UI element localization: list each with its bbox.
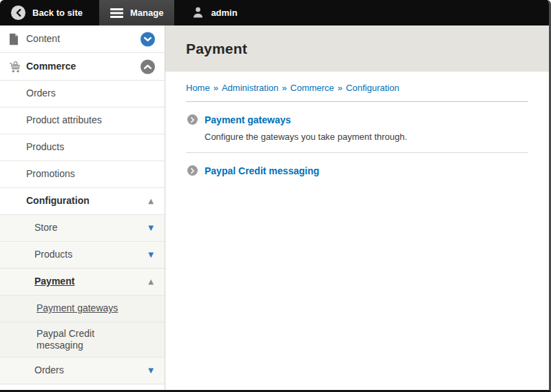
list-item-payment-gateways: Payment gateways Configure the gateways … <box>186 102 528 152</box>
person-icon <box>192 6 204 20</box>
sidebar-item-label: Orders <box>34 364 64 377</box>
triangle-down-icon[interactable]: ▼ <box>148 251 154 258</box>
admin-toolbar: Back to site Manage admin <box>0 0 549 25</box>
breadcrumb-link-configuration[interactable]: Configuration <box>346 83 399 93</box>
sidebar-item-label: Store <box>34 222 57 234</box>
breadcrumb: Home»Administration»Commerce»Configurati… <box>186 83 528 93</box>
admin-menu-sidebar: Content Commerce <box>0 25 165 390</box>
page-header-band: Payment <box>165 25 549 72</box>
sidebar-item-payment[interactable]: Payment ▲ <box>0 269 165 296</box>
page-title: Payment <box>186 41 247 57</box>
sidebar-item-label: Promotions <box>26 168 75 180</box>
sidebar-item-label: Payment <box>34 276 74 288</box>
sidebar-item-products[interactable]: Products <box>0 134 165 161</box>
back-to-site-button[interactable]: Back to site <box>0 0 94 25</box>
sidebar-item-orders[interactable]: Orders <box>0 81 165 107</box>
triangle-up-icon[interactable]: ▲ <box>148 198 154 205</box>
chevron-right-circle-icon <box>187 165 198 176</box>
chevron-down-icon[interactable] <box>141 32 155 46</box>
chevron-up-icon[interactable] <box>141 59 155 74</box>
breadcrumb-link-administration[interactable]: Administration <box>222 83 278 93</box>
document-icon <box>9 33 19 45</box>
sidebar-item-config-orders[interactable]: Orders ▼ <box>0 358 165 384</box>
back-to-site-label: Back to site <box>32 8 83 18</box>
sidebar-item-store[interactable]: Store ▼ <box>0 215 165 242</box>
shopping-cart-icon <box>9 61 22 73</box>
sidebar-item-paypal-credit-messaging[interactable]: Paypal Credit messaging <box>0 322 165 358</box>
content-pane: Payment Home»Administration»Commerce»Con… <box>165 25 549 390</box>
triangle-down-icon[interactable]: ▼ <box>148 225 154 231</box>
manage-tab[interactable]: Manage <box>99 0 174 25</box>
content-body: Home»Administration»Commerce»Configurati… <box>165 72 549 187</box>
manage-tab-label: Manage <box>130 8 163 18</box>
admin-user-tab[interactable]: admin <box>181 0 248 25</box>
sidebar-item-label: Paypal Credit messaging <box>37 328 118 352</box>
list-item-text: Paypal Credit messaging <box>205 165 320 177</box>
payment-gateways-link[interactable]: Payment gateways <box>205 114 291 125</box>
breadcrumb-separator: » <box>214 83 218 93</box>
triangle-down-icon[interactable]: ▼ <box>148 367 154 374</box>
list-item-text: Payment gateways Configure the gateways … <box>205 114 407 142</box>
breadcrumb-separator: » <box>282 83 287 93</box>
sidebar-item-commerce[interactable]: Commerce <box>0 53 165 81</box>
hamburger-icon <box>110 8 123 18</box>
sidebar-item-label: Configuration <box>26 195 90 207</box>
paypal-credit-messaging-link[interactable]: Paypal Credit messaging <box>205 165 320 176</box>
sidebar-item-label: Products <box>26 141 64 154</box>
sidebar-item-configuration[interactable]: Configuration ▲ <box>0 188 165 215</box>
sidebar-item-payment-gateways[interactable]: Payment gateways <box>0 296 165 322</box>
sidebar-item-label: Products <box>34 249 72 261</box>
sidebar-item-promotions[interactable]: Promotions <box>0 161 165 188</box>
payment-gateways-description: Configure the gateways you take payment … <box>205 132 407 142</box>
sidebar-item-label: Orders <box>26 87 56 100</box>
sidebar-item-content[interactable]: Content <box>0 25 165 53</box>
breadcrumb-link-commerce[interactable]: Commerce <box>291 83 335 93</box>
main-layout: Content Commerce <box>0 25 549 390</box>
list-item-paypal-credit-messaging: Paypal Credit messaging <box>186 153 528 187</box>
sidebar-item-label: Commerce <box>26 61 76 73</box>
sidebar-item-label: Product attributes <box>26 114 102 127</box>
chevron-left-circle-icon <box>11 6 25 20</box>
breadcrumb-separator: » <box>337 83 342 93</box>
breadcrumb-link-home[interactable]: Home <box>186 83 210 93</box>
app-window: Back to site Manage admin Content <box>0 0 551 392</box>
sidebar-item-product-attributes[interactable]: Product attributes <box>0 107 165 134</box>
sidebar-item-label: Content <box>26 33 60 45</box>
sidebar-item-label: Payment gateways <box>37 302 118 315</box>
chevron-right-circle-icon <box>187 114 198 125</box>
triangle-up-icon[interactable]: ▲ <box>148 278 154 285</box>
sidebar-item-config-products[interactable]: Products ▼ <box>0 242 165 269</box>
admin-user-label: admin <box>211 8 237 18</box>
